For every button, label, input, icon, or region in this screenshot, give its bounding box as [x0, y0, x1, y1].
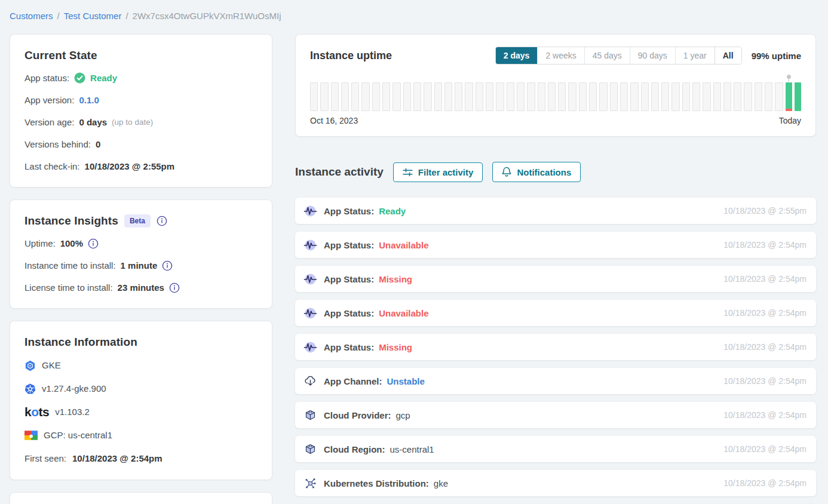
license-install-time-value: 23 minutes	[118, 281, 164, 294]
insights-info-icon-slot[interactable]	[157, 216, 167, 226]
uptime-bar[interactable]	[692, 82, 700, 111]
uptime-bar[interactable]	[610, 82, 618, 111]
uptime-bar[interactable]	[434, 82, 442, 111]
uptime-range-button[interactable]: All	[714, 47, 741, 64]
uptime-range-button[interactable]: 1 year	[675, 47, 714, 64]
activity-row[interactable]: Kubernetes Distribution: gke 10/18/2023 …	[295, 470, 816, 496]
uptime-bar[interactable]	[682, 82, 690, 111]
uptime-range-button[interactable]: 2 weeks	[537, 47, 584, 64]
uptime-bar[interactable]	[723, 82, 731, 111]
uptime-bar[interactable]	[786, 82, 792, 111]
uptime-bar[interactable]	[579, 82, 587, 111]
uptime-bar[interactable]	[641, 82, 649, 111]
uptime-bar[interactable]	[775, 82, 783, 111]
activity-row-value: gcp	[396, 410, 410, 420]
info-icon[interactable]	[157, 216, 167, 226]
uptime-bar[interactable]	[444, 82, 452, 111]
app-version-row: App version: 0.1.0	[24, 94, 257, 106]
uptime-bar[interactable]	[713, 82, 721, 111]
uptime-bar[interactable]	[661, 82, 669, 111]
uptime-bar[interactable]	[651, 82, 659, 111]
uptime-bar[interactable]	[424, 82, 431, 111]
breadcrumb-customer-link[interactable]: Test Customer	[64, 11, 122, 21]
activity-row[interactable]: Cloud Provider: gcp 10/18/2023 @ 2:54pm	[295, 402, 816, 428]
app-version-link[interactable]: 0.1.0	[79, 94, 99, 106]
uptime-bar[interactable]	[630, 82, 638, 111]
activity-row-label: Cloud Region:	[324, 444, 385, 454]
license-install-info-icon-slot[interactable]	[169, 282, 180, 293]
version-age-value: 0 days	[79, 116, 107, 128]
downtime-segment	[786, 109, 792, 111]
activity-row-value: Ready	[379, 206, 406, 216]
uptime-bar[interactable]	[568, 82, 576, 111]
uptime-bar[interactable]	[517, 82, 525, 111]
instance-install-info-icon-slot[interactable]	[162, 260, 173, 271]
activity-row-label: App Status:	[324, 308, 374, 318]
uptime-bar[interactable]	[372, 82, 380, 111]
right-column: Instance uptime 2 days2 weeks45 days90 d…	[295, 34, 816, 504]
uptime-bar[interactable]	[765, 82, 772, 111]
uptime-bar[interactable]	[476, 82, 483, 111]
uptime-range-button[interactable]: 45 days	[584, 47, 630, 64]
uptime-bar[interactable]	[507, 82, 514, 111]
info-icon[interactable]	[162, 260, 173, 271]
info-icon[interactable]	[169, 282, 180, 293]
uptime-bar[interactable]	[548, 82, 556, 111]
uptime-bar[interactable]	[599, 82, 607, 111]
uptime-bar[interactable]	[671, 82, 679, 111]
activity-row[interactable]: App Status: Unavailable 10/18/2023 @ 2:5…	[295, 300, 816, 326]
row-icon-slot	[302, 204, 318, 218]
uptime-bar[interactable]	[496, 82, 504, 111]
uptime-bar[interactable]	[755, 82, 762, 111]
uptime-bar[interactable]	[382, 82, 390, 111]
uptime-bar[interactable]	[320, 82, 328, 111]
uptime-bar[interactable]	[310, 82, 318, 111]
uptime-bar[interactable]	[465, 82, 473, 111]
uptime-bar[interactable]	[558, 82, 566, 111]
uptime-bar[interactable]	[403, 82, 411, 111]
license-install-time-label: License time to install:	[24, 281, 113, 294]
uptime-bar[interactable]	[620, 82, 628, 111]
uptime-bar[interactable]	[538, 82, 545, 111]
notifications-button[interactable]: Notifications	[492, 162, 581, 182]
activity-row[interactable]: App Status: Missing 10/18/2023 @ 2:54pm	[295, 334, 816, 360]
activity-row-timestamp: 10/18/2023 @ 2:54pm	[723, 274, 806, 284]
uptime-bar[interactable]	[351, 82, 359, 111]
uptime-bar[interactable]	[795, 82, 801, 111]
info-icon[interactable]	[88, 238, 99, 249]
uptime-bar[interactable]	[331, 82, 339, 111]
distribution-value: GKE	[42, 359, 61, 372]
uptime-info-icon-slot[interactable]	[88, 238, 99, 249]
activity-row-value: Unstable	[387, 376, 425, 386]
activity-row-label: App Status:	[324, 240, 374, 250]
row-icon-slot	[302, 272, 318, 286]
uptime-bar[interactable]	[413, 82, 421, 111]
uptime-bar[interactable]	[392, 82, 400, 111]
uptime-bar[interactable]	[455, 82, 462, 111]
uptime-range-button[interactable]: 2 days	[496, 47, 538, 64]
filter-activity-button[interactable]: Filter activity	[393, 162, 483, 182]
breadcrumb-customers-link[interactable]: Customers	[10, 11, 53, 21]
row-icon-slot	[302, 306, 318, 320]
uptime-range-button[interactable]: 90 days	[630, 47, 675, 64]
uptime-bar[interactable]	[527, 82, 535, 111]
uptime-bar[interactable]	[361, 82, 369, 111]
activity-row[interactable]: App Status: Unavailable 10/18/2023 @ 2:5…	[295, 232, 816, 258]
app-status-value: Ready	[90, 72, 117, 84]
activity-row-timestamp: 10/18/2023 @ 2:55pm	[723, 206, 806, 216]
uptime-bar[interactable]	[734, 82, 741, 111]
activity-row[interactable]: App Channel: Unstable 10/18/2023 @ 2:54p…	[295, 368, 816, 394]
uptime-bar[interactable]	[744, 82, 752, 111]
activity-list: App Status: Ready 10/18/2023 @ 2:55pm Ap…	[295, 198, 816, 504]
activity-row[interactable]: App Status: Missing 10/18/2023 @ 2:54pm	[295, 266, 816, 292]
uptime-bar[interactable]	[486, 82, 493, 111]
beta-badge: Beta	[124, 214, 151, 228]
activity-row-label: App Channel:	[324, 376, 382, 386]
uptime-bar[interactable]	[341, 82, 349, 111]
activity-row[interactable]: App Status: Ready 10/18/2023 @ 2:55pm	[295, 198, 816, 224]
row-icon-slot	[302, 340, 318, 354]
uptime-bar[interactable]	[589, 82, 597, 111]
uptime-bar[interactable]	[703, 82, 710, 111]
activity-row[interactable]: Cloud Region: us-central1 10/18/2023 @ 2…	[295, 436, 816, 462]
activity-row-value: Unavailable	[379, 240, 428, 250]
